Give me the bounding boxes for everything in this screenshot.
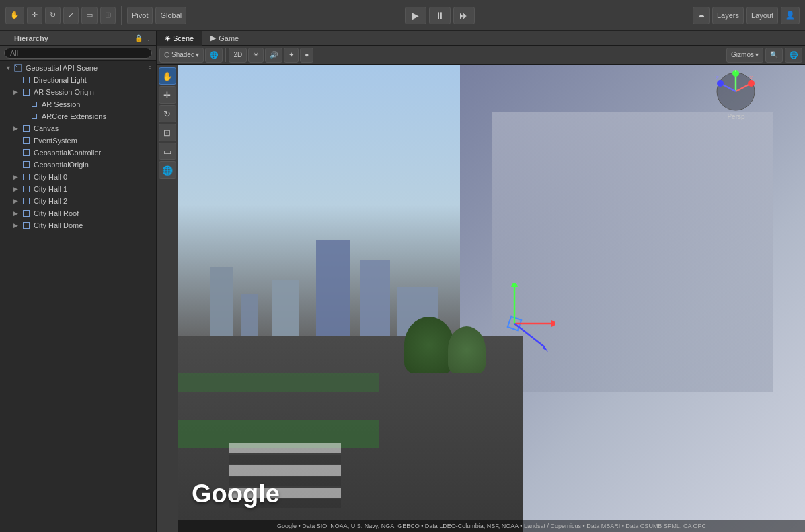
layers-btn[interactable]: Layers [712, 7, 744, 24]
transform-tool-btn[interactable]: ⊞ [100, 7, 116, 24]
scene-tab-label: Scene [173, 34, 194, 42]
rotate-tool-btn[interactable]: ↻ [45, 7, 61, 24]
hier-item-city-hall-0[interactable]: ▶ City Hall 0 [0, 171, 156, 183]
flythrough-btn[interactable]: ▭ [159, 143, 176, 160]
google-watermark: Google [192, 480, 280, 508]
svg-point-11 [748, 80, 755, 87]
scene-audio-btn[interactable]: 🔊 [265, 48, 282, 63]
collab-btn[interactable]: ☁ [693, 7, 710, 24]
globe-overlay-btn[interactable]: 🌐 [205, 48, 223, 63]
hier-item-ar-session[interactable]: AR Session [0, 98, 156, 110]
axis-gizmo-svg: X Y Z [714, 70, 758, 114]
main-area: ☰ Hierarchy 🔒 ⋮ ▼ Geospatial API Scene [0, 31, 805, 532]
hier-item-city-hall-dome[interactable]: ▶ City Hall Dome [0, 219, 156, 231]
scene-menu[interactable]: ⋮ [147, 65, 156, 72]
shading-label: Shaded [171, 51, 194, 59]
bike-lane-2 [178, 373, 379, 392]
expand-arrow-scene: ▼ [5, 65, 13, 71]
scene-right-area: ✋ ✛ ↻ ⊡ ▭ 🌐 [157, 65, 805, 532]
hierarchy-lock-icon[interactable]: 🔒 [135, 34, 143, 42]
ar-session-origin-label: AR Session Origin [34, 88, 94, 96]
hierarchy-content: ▼ Geospatial API Scene ⋮ Directional Lig… [0, 61, 156, 532]
hand-tool-btn[interactable]: ✋ [5, 7, 24, 24]
shading-icon: ⬡ [164, 51, 170, 59]
shading-mode-btn[interactable]: ⬡ Shaded ▾ [159, 48, 204, 63]
expand-arrow-gc [13, 149, 22, 156]
hier-item-city-hall-1[interactable]: ▶ City Hall 1 [0, 183, 156, 195]
expand-arrow-aro: ▶ [13, 89, 22, 96]
move-scene-btn[interactable]: ✛ [159, 86, 176, 104]
svg-point-17 [717, 80, 724, 87]
scene-hidden-btn[interactable]: ● [300, 48, 313, 63]
tab-scene[interactable]: ◈ Scene [157, 31, 202, 46]
gizmos-btn[interactable]: Gizmos ▾ [726, 48, 763, 63]
search-scene-btn[interactable]: 🔍 [765, 48, 783, 63]
toolbar-sep [225, 48, 226, 62]
scene-2d-btn[interactable]: 2D [229, 48, 247, 63]
orbit-scene-btn[interactable]: ↻ [159, 105, 176, 122]
scene-background: X Y Z Persp Google [178, 65, 805, 532]
tab-game[interactable]: ▶ Game [202, 31, 247, 46]
hierarchy-header-right: 🔒 ⋮ [135, 34, 152, 42]
city-hall-1-label: City Hall 1 [34, 185, 67, 193]
expand-arrow-ace [22, 113, 30, 120]
expand-arrow-ch1: ▶ [13, 186, 22, 192]
globe-view-btn[interactable]: 🌐 [159, 161, 176, 179]
hier-item-arcore-extensions[interactable]: ARCore Extensions [0, 110, 156, 122]
svg-text:Y: Y [734, 70, 738, 73]
shading-dropdown-icon: ▾ [196, 51, 199, 59]
expand-arrow-ch2: ▶ [13, 198, 22, 204]
scale-tool-btn[interactable]: ⤢ [63, 7, 79, 24]
hier-item-geospatial-origin[interactable]: GeospatialOrigin [0, 159, 156, 171]
city-hall-0-icon [22, 172, 31, 182]
hierarchy-menu-icon[interactable]: ☰ [4, 34, 10, 42]
globe-nav-btn[interactable]: 🌐 [785, 48, 802, 63]
city-hall-roof-icon [22, 208, 31, 218]
hierarchy-search-bar [0, 46, 156, 61]
svg-marker-4 [551, 320, 555, 327]
expand-arrow-canvas: ▶ [13, 125, 22, 132]
city-hall-2-label: City Hall 2 [34, 197, 67, 205]
scene-left-tools: ✋ ✛ ↻ ⊡ ▭ 🌐 [157, 65, 178, 532]
hier-item-ar-session-origin[interactable]: ▶ AR Session Origin [0, 86, 156, 98]
scene-fx-btn[interactable]: ✦ [284, 48, 299, 63]
account-btn[interactable]: 👤 [781, 7, 800, 24]
scene-viewport[interactable]: X Y Z Persp Google [178, 65, 805, 532]
svg-text:Z: Z [716, 75, 719, 81]
city-hall-roof-label: City Hall Roof [34, 209, 79, 217]
transform-gizmo[interactable] [474, 283, 555, 364]
city-hall-dome-icon [22, 221, 31, 230]
scene-lighting-btn[interactable]: ☀ [248, 48, 264, 63]
step-btn[interactable]: ⏭ [453, 7, 475, 24]
move-tool-btn[interactable]: ✛ [27, 7, 42, 24]
global-btn[interactable]: Global [155, 7, 186, 24]
hand-scene-btn[interactable]: ✋ [159, 67, 176, 85]
gizmos-arrow: ▾ [755, 51, 759, 59]
hier-item-eventsystem[interactable]: EventSystem [0, 135, 156, 147]
zoom-scene-btn[interactable]: ⊡ [159, 124, 176, 141]
rect-tool-btn[interactable]: ▭ [81, 7, 98, 24]
hier-item-geospatial-api-scene[interactable]: ▼ Geospatial API Scene ⋮ [0, 62, 156, 74]
hierarchy-more-icon[interactable]: ⋮ [145, 34, 152, 42]
hier-item-city-hall-roof[interactable]: ▶ City Hall Roof [0, 207, 156, 219]
top-toolbar: ✋ ✛ ↻ ⤢ ▭ ⊞ Pivot Global ▶ ⏸ ⏭ ☁ Layers … [0, 0, 805, 31]
ar-session-origin-icon [22, 87, 31, 97]
hier-item-canvas[interactable]: ▶ Canvas [0, 122, 156, 135]
hier-item-geospatial-controller[interactable]: GeospatialController [0, 147, 156, 159]
hier-item-city-hall-2[interactable]: ▶ City Hall 2 [0, 195, 156, 207]
city-hall-dome-label: City Hall Dome [34, 221, 83, 229]
directional-light-label: Directional Light [34, 76, 87, 84]
hierarchy-search-input[interactable] [4, 48, 152, 59]
pivot-btn[interactable]: Pivot [127, 7, 153, 24]
expand-arrow-go [13, 161, 22, 168]
scene-game-tabs: ◈ Scene ▶ Game [157, 31, 805, 46]
city-hall-1-icon [22, 184, 31, 194]
pause-btn[interactable]: ⏸ [429, 7, 451, 24]
hier-item-directional-light[interactable]: Directional Light [0, 74, 156, 86]
play-btn[interactable]: ▶ [405, 7, 426, 24]
layout-btn[interactable]: Layout [746, 7, 778, 24]
tree-1 [404, 317, 455, 373]
separator-1 [121, 6, 122, 25]
geospatial-origin-icon [22, 160, 31, 169]
arcore-extensions-label: ARCore Extensions [42, 112, 106, 120]
